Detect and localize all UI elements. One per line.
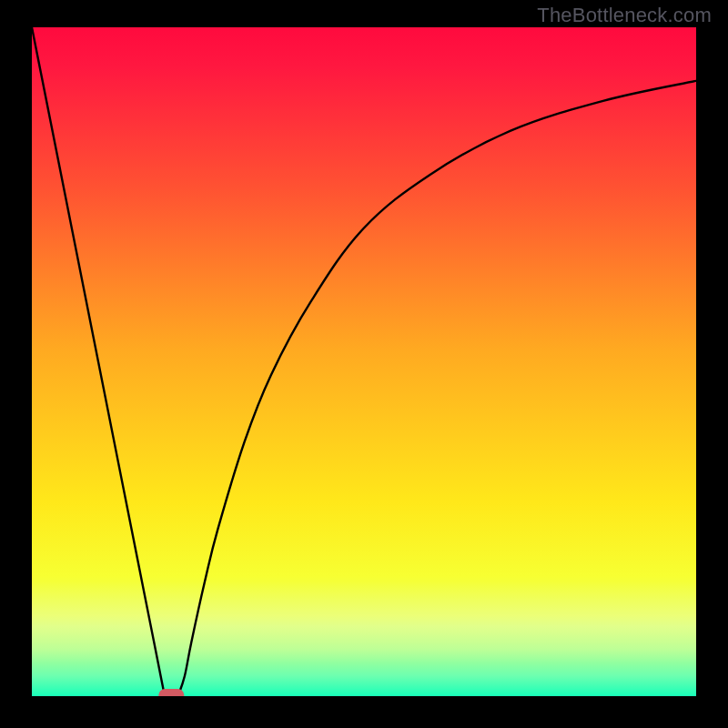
minimum-marker (158, 689, 184, 696)
curve-layer (32, 27, 696, 696)
chart-frame: TheBottleneck.com (0, 0, 728, 728)
watermark-text: TheBottleneck.com (537, 4, 712, 27)
curve-left-branch (32, 27, 165, 696)
curve-right-branch (178, 81, 696, 696)
plot-area (32, 27, 696, 696)
